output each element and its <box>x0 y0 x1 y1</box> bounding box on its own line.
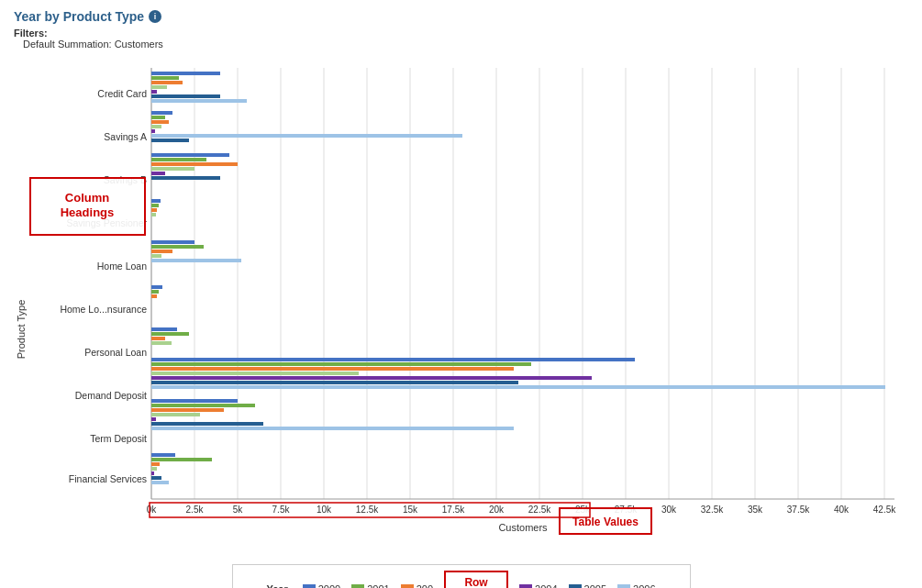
svg-text:Headings: Headings <box>61 205 115 219</box>
svg-rect-78 <box>151 327 177 331</box>
grid-lines <box>151 68 884 499</box>
svg-rect-100 <box>151 472 154 475</box>
title-text: Year by Product Type <box>14 9 144 24</box>
svg-text:Home Lo...nsurance: Home Lo...nsurance <box>60 304 147 315</box>
svg-text:Credit Card: Credit Card <box>97 88 147 99</box>
bars-home-loan <box>151 240 241 262</box>
svg-rect-56 <box>151 125 161 128</box>
svg-rect-50 <box>151 90 157 94</box>
svg-rect-102 <box>151 481 169 484</box>
svg-rect-89 <box>151 399 238 403</box>
svg-text:40k: 40k <box>834 505 850 515</box>
svg-rect-70 <box>151 240 194 244</box>
svg-rect-55 <box>151 120 169 124</box>
filters-section: Filters: Default Summation: Customers <box>14 28 908 50</box>
svg-text:2.5k: 2.5k <box>186 505 205 515</box>
svg-rect-97 <box>151 458 212 461</box>
legend-item-2005: 2005 <box>569 583 606 588</box>
chart-container: Product Type <box>14 59 908 552</box>
svg-rect-49 <box>151 85 167 89</box>
svg-rect-48 <box>151 81 183 84</box>
chart-title: Year by Product Type i <box>14 9 908 24</box>
row-headings-box: RowHeadings <box>444 571 508 588</box>
legend-wrapper: Year 2000 2001 200 RowHeadings 2004 <box>14 557 908 588</box>
svg-rect-82 <box>151 358 635 361</box>
filter-value: Default Summation: Customers <box>23 39 163 50</box>
svg-text:37.5k: 37.5k <box>787 505 810 515</box>
svg-rect-71 <box>151 245 204 249</box>
svg-rect-68 <box>151 208 157 212</box>
bars-term-deposit <box>151 399 514 430</box>
svg-text:Personal Loan: Personal Loan <box>84 347 147 358</box>
bars-personal-loan <box>151 327 189 345</box>
svg-text:7.5k: 7.5k <box>272 505 291 515</box>
svg-text:10k: 10k <box>317 505 332 515</box>
svg-rect-52 <box>151 99 247 103</box>
svg-rect-58 <box>151 134 462 138</box>
bars-savings-pensioner <box>151 199 161 216</box>
svg-rect-63 <box>151 167 194 171</box>
legend-item-2000: 2000 <box>303 583 340 588</box>
svg-rect-73 <box>151 254 161 258</box>
svg-rect-84 <box>151 367 514 371</box>
legend-label-2006: 2006 <box>633 583 655 588</box>
y-axis-labels: Credit Card Savings A Savings B Savings … <box>60 88 147 484</box>
legend-item-2001: 2001 <box>351 583 389 588</box>
svg-rect-80 <box>151 337 165 340</box>
bars-savings-a <box>151 111 462 142</box>
svg-rect-57 <box>151 129 155 133</box>
y-axis-label: Product Type <box>16 300 27 360</box>
legend-label-2001: 2001 <box>367 583 389 588</box>
legend-container: Year 2000 2001 200 RowHeadings 2004 <box>232 564 691 588</box>
svg-rect-101 <box>151 476 161 480</box>
svg-rect-47 <box>151 76 179 80</box>
svg-rect-46 <box>151 72 220 75</box>
x-axis-ticks: 0k 2.5k 5k 7.5k 10k 12.5k 15k 17.5k 20k … <box>147 505 897 515</box>
svg-rect-83 <box>151 362 531 366</box>
bars-demand-deposit <box>151 358 885 389</box>
svg-rect-61 <box>151 158 206 161</box>
legend-item-2004: 2004 <box>519 583 557 588</box>
legend-swatch-2004 <box>519 584 532 588</box>
legend-label-2000: 2000 <box>318 583 340 588</box>
legend-item-2006: 2006 <box>617 583 655 588</box>
info-icon[interactable]: i <box>149 10 161 23</box>
svg-rect-51 <box>151 94 220 98</box>
svg-text:15k: 15k <box>403 505 418 515</box>
svg-rect-53 <box>151 111 172 115</box>
legend-title: Year <box>266 583 287 588</box>
svg-text:Home Loan: Home Loan <box>97 261 147 272</box>
svg-rect-59 <box>151 139 189 142</box>
svg-rect-66 <box>151 199 161 203</box>
svg-text:30k: 30k <box>661 505 677 515</box>
svg-rect-96 <box>151 453 175 457</box>
svg-rect-90 <box>151 404 255 407</box>
legend-swatch-2000 <box>303 584 316 588</box>
page-container: Year by Product Type i Filters: Default … <box>0 0 922 588</box>
svg-rect-72 <box>151 250 172 253</box>
svg-rect-77 <box>151 294 157 298</box>
svg-rect-75 <box>151 285 162 289</box>
svg-rect-81 <box>151 341 172 345</box>
svg-text:5k: 5k <box>233 505 244 515</box>
bars-financial-services <box>151 453 212 484</box>
legend-label-2004: 2004 <box>535 583 557 588</box>
bars-credit-card <box>151 72 247 103</box>
svg-text:42.5k: 42.5k <box>873 505 896 515</box>
legend-swatch-2001 <box>351 584 364 588</box>
svg-rect-93 <box>151 417 156 421</box>
main-chart-svg: Product Type <box>14 59 908 549</box>
svg-text:32.5k: 32.5k <box>701 505 724 515</box>
svg-rect-92 <box>151 413 200 416</box>
svg-text:Savings A: Savings A <box>104 131 147 142</box>
svg-rect-65 <box>151 176 220 180</box>
svg-rect-88 <box>151 385 885 389</box>
svg-text:0k: 0k <box>147 505 158 515</box>
svg-rect-62 <box>151 162 238 166</box>
svg-rect-69 <box>151 213 156 216</box>
svg-rect-91 <box>151 408 224 412</box>
legend-swatch-2005 <box>569 584 582 588</box>
svg-rect-99 <box>151 467 157 471</box>
svg-rect-86 <box>151 376 592 380</box>
svg-rect-76 <box>151 290 159 294</box>
